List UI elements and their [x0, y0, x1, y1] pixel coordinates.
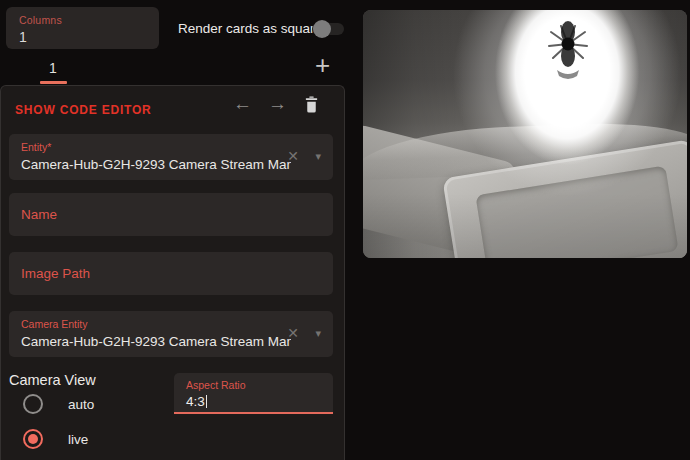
name-field[interactable]: Name [9, 193, 333, 236]
entity-dropdown-icon[interactable]: ▾ [315, 150, 321, 163]
camera-entity-field-label: Camera Entity [21, 318, 321, 330]
camera-entity-clear-icon[interactable]: ✕ [287, 325, 299, 341]
columns-field[interactable]: Columns 1 [6, 7, 159, 49]
columns-field-value: 1 [19, 29, 159, 45]
move-card-left-icon[interactable]: ← [233, 94, 252, 113]
entity-field-label: Entity* [21, 141, 321, 153]
active-tab-underline [40, 81, 67, 84]
camera-view-label: Camera View [9, 372, 96, 388]
columns-field-label: Columns [19, 14, 159, 26]
camera-entity-field-value: Camera-Hub-G2H-9293 Camera Stream Manage… [21, 334, 291, 349]
camera-view-option-auto[interactable]: auto [23, 394, 94, 414]
delete-card-icon[interactable] [303, 95, 320, 118]
aspect-ratio-field-label: Aspect Ratio [186, 379, 321, 391]
camera-entity-dropdown-icon[interactable]: ▾ [315, 327, 321, 340]
camera-view-option-live[interactable]: live [23, 429, 88, 449]
preview-vignette [363, 10, 687, 258]
radio-live-label: live [68, 432, 88, 447]
card-config-screen: Columns 1 Render cards as squares 1 + SH… [0, 0, 690, 460]
card-editor-panel: SHOW CODE EDITOR ← → Entity* Camera-Hub-… [0, 85, 345, 460]
camera-preview-image [363, 10, 687, 258]
camera-entity-field[interactable]: Camera Entity Camera-Hub-G2H-9293 Camera… [9, 311, 333, 357]
render-squares-toggle[interactable] [308, 19, 348, 39]
show-code-editor-link[interactable]: SHOW CODE EDITOR [15, 103, 152, 117]
text-cursor [206, 395, 207, 408]
aspect-ratio-field[interactable]: Aspect Ratio 4:3 [174, 373, 333, 414]
radio-selected-icon [23, 429, 43, 449]
entity-field-value: Camera-Hub-G2H-9293 Camera Stream Manage… [21, 157, 291, 172]
toggle-thumb [313, 20, 331, 38]
entity-clear-icon[interactable]: ✕ [287, 148, 299, 164]
render-squares-label: Render cards as squares [178, 21, 329, 36]
entity-field[interactable]: Entity* Camera-Hub-G2H-9293 Camera Strea… [9, 134, 333, 180]
move-card-right-icon[interactable]: → [268, 94, 287, 113]
radio-auto-label: auto [68, 397, 94, 412]
radio-unselected-icon [23, 394, 43, 414]
add-card-icon[interactable]: + [315, 52, 330, 78]
image-path-field[interactable]: Image Path [9, 252, 333, 295]
name-field-label: Name [21, 207, 57, 222]
image-path-field-label: Image Path [21, 266, 90, 281]
aspect-ratio-field-value: 4:3 [186, 394, 205, 409]
tab-1[interactable]: 1 [36, 57, 70, 84]
